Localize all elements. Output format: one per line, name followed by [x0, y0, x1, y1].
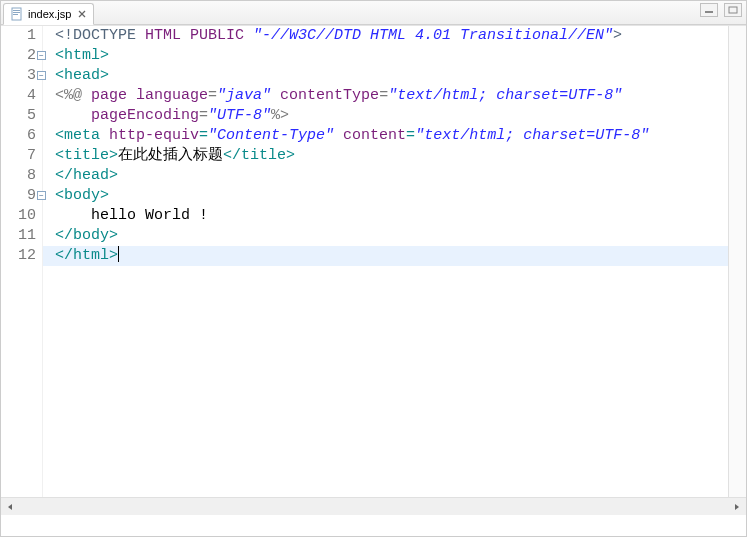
svg-marker-9	[735, 504, 739, 510]
token-doctype: >	[613, 27, 622, 44]
line-number: 8	[1, 166, 36, 186]
token-tag: <meta	[55, 127, 109, 144]
svg-rect-2	[13, 12, 20, 13]
token-tag: </head>	[55, 167, 118, 184]
token-directive: %>	[271, 107, 289, 124]
scroll-right-button[interactable]	[728, 499, 746, 515]
line-number: 10	[1, 206, 36, 226]
code-area[interactable]: <!DOCTYPE HTML PUBLIC "-//W3C//DTD HTML …	[43, 26, 728, 497]
line-number: 12	[1, 246, 36, 266]
tab-bar: index.jsp	[1, 1, 746, 25]
line-number: 1	[1, 26, 36, 46]
token-string: "-//W3C//DTD HTML 4.01 Transitional//EN"	[253, 27, 613, 44]
code-editor[interactable]: 12−3−456789−101112 <!DOCTYPE HTML PUBLIC…	[1, 26, 746, 497]
token-directive	[271, 87, 280, 104]
code-line[interactable]: <body>	[55, 186, 728, 206]
scroll-left-button[interactable]	[1, 499, 19, 515]
minimize-button[interactable]	[700, 3, 718, 17]
window-controls	[700, 3, 742, 17]
horizontal-scrollbar[interactable]	[1, 497, 746, 515]
close-icon[interactable]	[77, 9, 87, 19]
code-line[interactable]: </body>	[55, 226, 728, 246]
token-attr: page	[91, 87, 136, 104]
token-keyword: content	[343, 127, 406, 144]
token-tag: <html>	[55, 47, 109, 64]
svg-rect-7	[729, 7, 737, 13]
token-keyword: language	[136, 87, 208, 104]
token-tag: <title>	[55, 147, 118, 164]
svg-rect-6	[705, 11, 713, 13]
editor-wrap: 12−3−456789−101112 <!DOCTYPE HTML PUBLIC…	[1, 25, 746, 515]
line-number: 11	[1, 226, 36, 246]
token-tag: </html>	[55, 247, 118, 264]
code-line[interactable]: hello World !	[55, 206, 728, 226]
editor-tab[interactable]: index.jsp	[3, 3, 94, 25]
file-icon	[10, 7, 24, 21]
token-string: "UTF-8"	[208, 107, 271, 124]
line-number: 2−	[1, 46, 36, 66]
current-line-highlight	[43, 246, 728, 266]
token-directive: =	[379, 87, 388, 104]
token-tag: </title>	[223, 147, 295, 164]
token-tag: =	[406, 127, 415, 144]
code-line[interactable]: <head>	[55, 66, 728, 86]
line-number: 7	[1, 146, 36, 166]
token-tag: <body>	[55, 187, 109, 204]
token-directive: =	[199, 107, 208, 124]
token-string: "java"	[217, 87, 271, 104]
line-number: 5	[1, 106, 36, 126]
token-text: 在此处插入标题	[118, 147, 223, 164]
code-line[interactable]: <html>	[55, 46, 728, 66]
vertical-scrollbar[interactable]	[728, 26, 746, 497]
token-string: "Content-Type"	[208, 127, 334, 144]
token-keyword: HTML	[145, 27, 190, 44]
svg-marker-8	[8, 504, 12, 510]
token-string: "text/html; charset=UTF-8"	[415, 127, 649, 144]
token-keyword: PUBLIC	[190, 27, 253, 44]
token-tag	[334, 127, 343, 144]
code-line[interactable]: </head>	[55, 166, 728, 186]
token-directive: <%@	[55, 87, 91, 104]
maximize-button[interactable]	[724, 3, 742, 17]
line-number: 6	[1, 126, 36, 146]
code-line[interactable]: pageEncoding="UTF-8"%>	[55, 106, 728, 126]
token-doctype: <!DOCTYPE	[55, 27, 145, 44]
line-number: 3−	[1, 66, 36, 86]
svg-rect-1	[13, 10, 20, 11]
tab-filename: index.jsp	[28, 8, 71, 20]
token-tag: =	[199, 127, 208, 144]
code-line[interactable]: <%@ page language="java" contentType="te…	[55, 86, 728, 106]
token-text: hello World !	[55, 207, 208, 224]
token-directive: =	[208, 87, 217, 104]
code-line[interactable]: <!DOCTYPE HTML PUBLIC "-//W3C//DTD HTML …	[55, 26, 728, 46]
line-number: 9−	[1, 186, 36, 206]
token-keyword: pageEncoding	[91, 107, 199, 124]
token-keyword: http-equiv	[109, 127, 199, 144]
token-tag: <head>	[55, 67, 109, 84]
code-line[interactable]: <title>在此处插入标题</title>	[55, 146, 728, 166]
line-number: 4	[1, 86, 36, 106]
line-gutter: 12−3−456789−101112	[1, 26, 43, 497]
text-cursor	[118, 246, 119, 262]
token-tag: </body>	[55, 227, 118, 244]
token-keyword: contentType	[280, 87, 379, 104]
svg-rect-3	[13, 14, 18, 15]
token-directive	[55, 107, 91, 124]
code-line[interactable]: <meta http-equiv="Content-Type" content=…	[55, 126, 728, 146]
token-string: "text/html; charset=UTF-8"	[388, 87, 622, 104]
